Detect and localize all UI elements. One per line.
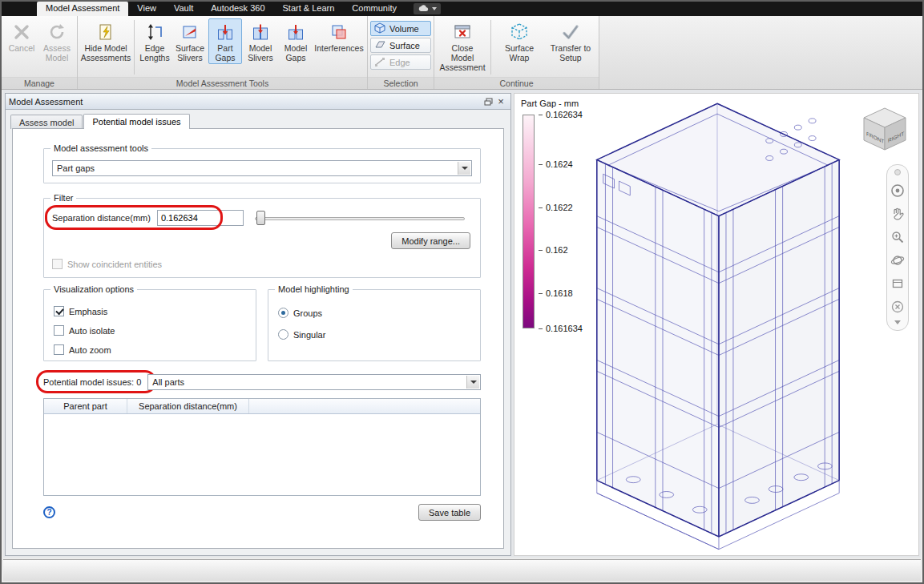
transfer-to-setup-button[interactable]: Transfer to Setup [546, 18, 595, 64]
issues-table-body [44, 414, 480, 495]
ribbon: Cancel Assess Model Manage Hide Model As… [2, 16, 922, 90]
ribbon-group-manage: Cancel Assess Model Manage [2, 16, 78, 89]
ribbon-group-model-assessment-tools: Hide Model Assessments Edge Lengths Surf… [78, 16, 368, 89]
separation-distance-input[interactable] [157, 210, 244, 226]
ribbon-group-label-selection: Selection [368, 77, 434, 89]
legend-tick: 0.1618 [546, 288, 573, 298]
menu-tab-model-assessment[interactable]: Model Assessment [37, 2, 128, 16]
model-gaps-button[interactable]: Model Gaps [279, 18, 313, 64]
hide-model-assessments-icon [95, 22, 116, 42]
surface-wrap-button[interactable]: Surface Wrap [494, 18, 544, 64]
column-header-empty [249, 399, 480, 413]
model-slivers-button[interactable]: Model Slivers [244, 18, 277, 64]
show-coincident-entities-checkbox[interactable] [52, 259, 63, 269]
menu-tab-vault[interactable]: Vault [165, 2, 202, 16]
visualization-options-groupbox: Visualization options Emphasis Auto isol… [43, 289, 256, 361]
model-assessment-tools-label: Model assessment tools [50, 143, 151, 153]
tab-assess-model[interactable]: Assess model [10, 115, 83, 129]
ribbon-group-continue: Close Model Assessment Surface Wrap Tran… [434, 16, 599, 89]
column-header-parent-part[interactable]: Parent part [44, 399, 127, 413]
navbar-grip[interactable] [894, 169, 901, 175]
close-model-assessment-button[interactable]: Close Model Assessment [438, 18, 487, 74]
orbit-icon[interactable] [890, 252, 906, 268]
separation-distance-slider[interactable] [255, 210, 465, 226]
close-model-assessment-label: Close Model Assessment [439, 43, 486, 72]
cancel-icon [11, 22, 32, 42]
viewport-3d[interactable]: Part Gap - mm 0.162634 0.1624 0.1622 0.1… [514, 93, 919, 556]
full-navigation-wheel-icon[interactable] [890, 183, 906, 199]
issues-filter-dropdown[interactable]: All parts [147, 374, 481, 390]
cancel-button[interactable]: Cancel [5, 18, 38, 54]
assessment-tool-dropdown[interactable]: Part gaps [52, 160, 472, 176]
close-navbar-icon[interactable] [890, 299, 906, 315]
emphasis-checkbox[interactable] [54, 306, 64, 316]
save-table-button[interactable]: Save table [418, 504, 481, 521]
menu-tab-start-learn[interactable]: Start & Learn [274, 2, 344, 16]
ribbon-group-selection: Volume Surface Edge Selection [368, 16, 434, 89]
edge-lengths-button[interactable]: Edge Lengths [138, 18, 171, 64]
slider-track[interactable] [255, 217, 465, 220]
edge-lengths-label: Edge Lengths [139, 43, 170, 62]
surface-icon [374, 39, 385, 52]
volume-label: Volume [389, 24, 419, 34]
part-gaps-label: Part Gaps [210, 43, 240, 62]
ribbon-separator [134, 20, 135, 75]
auto-isolate-label: Auto isolate [69, 326, 115, 336]
modify-range-button[interactable]: Modify range... [391, 232, 470, 249]
model-assessment-tools-groupbox: Model assessment tools Part gaps [43, 148, 481, 183]
groups-radio[interactable] [278, 308, 288, 318]
zoom-icon[interactable] [890, 229, 906, 245]
assess-model-button[interactable]: Assess Model [40, 18, 74, 64]
view-cube[interactable]: FRONT RIGHT [859, 103, 910, 155]
look-at-icon[interactable] [890, 276, 906, 292]
singular-radio[interactable] [278, 329, 288, 340]
separation-distance-label: Separation distance(mm) [52, 213, 152, 223]
interferences-icon [329, 22, 349, 42]
part-gaps-button[interactable]: Part Gaps [208, 18, 242, 64]
help-icon[interactable]: ? [43, 506, 55, 518]
groups-radio-row: Groups [278, 308, 470, 318]
auto-zoom-checkbox[interactable] [54, 344, 64, 355]
selection-surface-button[interactable]: Surface [370, 38, 431, 53]
color-legend: Part Gap - mm 0.162634 0.1624 0.1622 0.1… [521, 99, 609, 108]
menu-tab-autodesk-360[interactable]: Autodesk 360 [202, 2, 273, 16]
hide-model-assessments-button[interactable]: Hide Model Assessments [81, 18, 131, 64]
model-slivers-label: Model Slivers [245, 43, 276, 62]
hide-model-assessments-label: Hide Model Assessments [81, 43, 131, 62]
selection-edge-button[interactable]: Edge [370, 54, 431, 70]
close-panel-icon[interactable]: × [494, 96, 507, 107]
auto-isolate-checkbox[interactable] [54, 325, 64, 336]
surface-slivers-button[interactable]: Surface Slivers [173, 18, 207, 64]
cloud-sync-button[interactable] [414, 3, 441, 14]
slider-thumb[interactable] [256, 211, 265, 225]
part-gaps-icon [215, 22, 236, 42]
interferences-label: Interferences [314, 43, 363, 53]
dropdown-caret [458, 162, 470, 175]
menu-bar: Model Assessment View Vault Autodesk 360… [2, 2, 922, 16]
assess-model-label: Assess Model [42, 43, 72, 62]
menu-tab-view[interactable]: View [128, 2, 165, 16]
selection-volume-button[interactable]: Volume [370, 21, 431, 36]
ribbon-separator [490, 20, 491, 75]
status-bar [3, 559, 921, 581]
panel-tabs: Assess model Potential model issues [6, 110, 510, 128]
float-panel-icon[interactable] [482, 96, 494, 107]
column-header-separation-distance[interactable]: Separation distance(mm) [127, 399, 249, 413]
surface-wrap-icon [509, 22, 530, 42]
assessment-tool-value: Part gaps [57, 163, 95, 173]
legend-tick: 0.1624 [546, 159, 573, 169]
close-model-assessment-icon [452, 22, 473, 42]
surface-wrap-label: Surface Wrap [496, 43, 543, 62]
ribbon-empty-area [599, 16, 922, 89]
tab-potential-model-issues[interactable]: Potential model issues [83, 114, 189, 129]
menu-tab-community[interactable]: Community [343, 2, 406, 16]
interferences-button[interactable]: Interferences [314, 18, 364, 54]
pan-hand-icon[interactable] [890, 206, 906, 222]
transfer-to-setup-label: Transfer to Setup [547, 43, 594, 62]
legend-tick: 0.1622 [546, 203, 573, 212]
model-gaps-icon [285, 22, 306, 42]
navbar-chevron-icon[interactable] [894, 320, 901, 328]
main-area: Model Assessment × Assess model Potentia… [3, 90, 921, 558]
show-coincident-entities-checkbox-row: Show coincident entities [52, 259, 472, 269]
volume-icon [374, 22, 385, 35]
